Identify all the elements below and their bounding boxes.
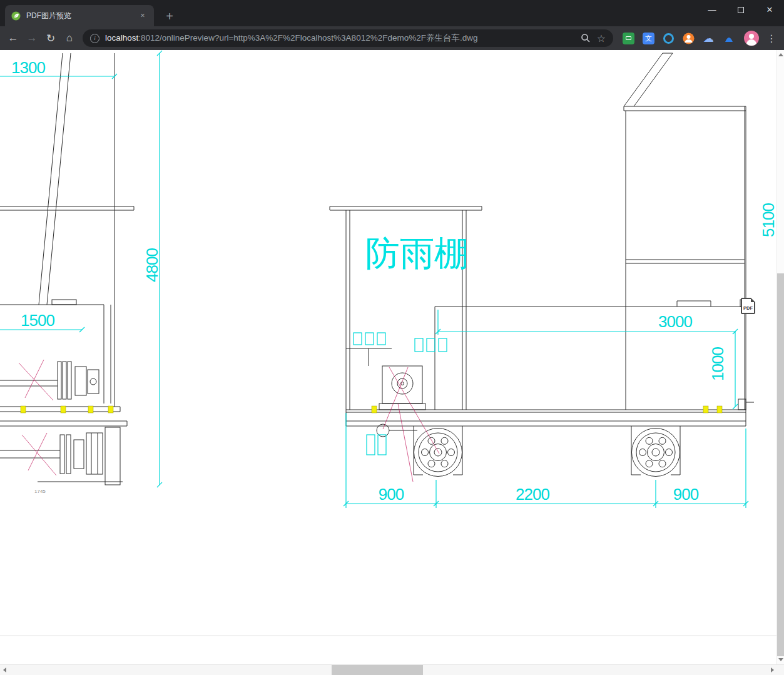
tab-title: PDF图片预览 [26,11,132,21]
cad-dimension-lines [0,51,748,508]
dim-1300: 1300 [11,58,45,77]
cad-drawing: 1300 1500 4800 防雨棚 5100 3000 1000 900 22… [0,50,776,664]
forward-button[interactable]: → [23,29,41,48]
browser-menu-icon[interactable]: ⋮ [763,29,780,47]
omnibox[interactable]: i localhost:8012/onlinePreview?url=http%… [83,29,613,47]
maximize-icon [738,7,744,13]
dim-4800: 4800 [143,248,161,282]
dim-1000: 1000 [708,347,727,381]
home-button[interactable]: ⌂ [60,29,79,48]
page-info-icon[interactable]: i [90,34,99,43]
small-note: 1745 [34,489,46,494]
spring-leaf-favicon-icon [11,11,21,21]
browser-toolbar: ← → ↻ ⌂ i localhost:8012/onlinePreview?u… [0,26,784,50]
window-controls: — ✕ [698,0,784,19]
close-button[interactable]: ✕ [755,0,784,19]
scroll-left-arrow-icon[interactable] [3,667,6,672]
titlebar[interactable]: PDF图片预览 ✕ + — ✕ [0,0,784,26]
zoom-indicator-icon[interactable] [581,33,591,43]
vertical-scrollbar-thumb[interactable] [777,273,784,656]
dim-900-left: 900 [379,485,404,504]
url-text: localhost:8012/onlinePreview?url=http%3A… [105,33,578,44]
profile-avatar[interactable] [744,31,759,46]
horizontal-scrollbar-thumb[interactable] [332,665,423,675]
dim-3000: 3000 [658,312,692,331]
scroll-up-arrow-icon[interactable] [778,53,783,56]
extension-translate-icon[interactable]: 文 [642,32,655,45]
extensions-row: 文 ☁ [622,32,735,45]
dim-900-right: 900 [673,485,699,504]
reload-button[interactable]: ↻ [41,29,60,48]
tab-pdf-preview[interactable]: PDF图片预览 ✕ [5,5,154,26]
maximize-button[interactable] [726,0,755,19]
extension-cloud-icon[interactable]: ☁ [702,32,715,45]
wheel-rear [631,426,680,477]
extension-icon-4[interactable] [682,32,695,45]
vertical-scrollbar[interactable] [776,50,784,664]
rain-shelter-label: 防雨棚 [365,234,469,273]
browser-window: PDF图片预览 ✕ + — ✕ ← → ↻ ⌂ i localhost:8012… [0,0,784,675]
tab-close-icon[interactable]: ✕ [138,11,148,21]
dim-2200: 2200 [516,485,549,504]
pdf-file-label: PDF [743,305,753,313]
dim-1500: 1500 [21,311,54,330]
bookmark-star-icon[interactable]: ☆ [597,33,606,44]
dim-5100: 5100 [759,203,776,237]
scroll-right-arrow-icon[interactable] [771,667,774,672]
extension-icon-1[interactable] [622,32,635,45]
pdf-file-icon[interactable]: PDF [741,298,755,314]
minimize-button[interactable]: — [698,0,726,19]
back-button[interactable]: ← [4,29,23,48]
scroll-down-arrow-icon[interactable] [778,658,783,661]
extension-icon-6[interactable] [722,32,735,45]
cad-dimension-texts: 1300 1500 4800 防雨棚 5100 3000 1000 900 22… [11,58,776,504]
avatar-person-icon [749,34,754,39]
url-host: localhost [105,33,138,43]
url-path: :8012/onlinePreview?url=http%3A%2F%2Floc… [138,33,477,43]
new-tab-button[interactable]: + [161,8,178,24]
dwg-preview-page: 1300 1500 4800 防雨棚 5100 3000 1000 900 22… [0,50,776,664]
extension-icon-3[interactable] [662,32,675,45]
horizontal-scrollbar[interactable] [0,664,784,675]
